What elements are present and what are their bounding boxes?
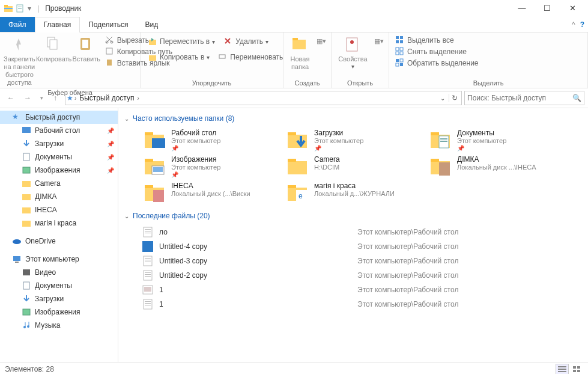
search-input[interactable] bbox=[467, 94, 572, 102]
refresh-icon[interactable]: ↻ bbox=[449, 94, 460, 102]
svg-rect-31 bbox=[400, 59, 403, 62]
svg-rect-62 bbox=[288, 161, 307, 174]
help-icon[interactable]: ? bbox=[580, 20, 584, 29]
svg-rect-43 bbox=[23, 269, 30, 275]
select-all-button[interactable]: Выделить все bbox=[394, 35, 480, 46]
sidebar-item-documents[interactable]: Документы📌 bbox=[0, 150, 118, 164]
rename-button[interactable]: Переименовать bbox=[217, 52, 284, 63]
nav-recent-dropdown[interactable]: ▾ bbox=[37, 91, 46, 105]
sidebar-item-downloads[interactable]: Загрузки📌 bbox=[0, 137, 118, 150]
minimize-button[interactable]: — bbox=[510, 2, 534, 15]
paste-button[interactable]: Вставить bbox=[71, 34, 102, 64]
sidebar-item-pictures[interactable]: Изображения📌 bbox=[0, 164, 118, 177]
folder-icon bbox=[429, 155, 453, 177]
qat-properties-icon[interactable] bbox=[16, 4, 25, 13]
section-frequent-folders[interactable]: ⌄ Часто используемые папки (8) bbox=[124, 114, 582, 123]
folder-icon bbox=[144, 182, 168, 203]
svg-rect-19 bbox=[347, 38, 357, 51]
delete-button[interactable]: Удалить▾ bbox=[222, 36, 270, 47]
folder-name: Рабочий стол bbox=[171, 129, 279, 137]
svg-rect-83 bbox=[144, 271, 152, 280]
sidebar-item-downloads2[interactable]: Загрузки bbox=[0, 292, 118, 305]
address-dropdown[interactable]: ⌄ bbox=[440, 95, 445, 102]
tab-file[interactable]: Файл bbox=[0, 17, 35, 32]
sidebar-item-onedrive[interactable]: OneDrive bbox=[0, 235, 118, 248]
sidebar-item-dimka[interactable]: ДІМКА bbox=[0, 190, 118, 203]
file-row[interactable]: 1Этот компьютер\Рабочий стол bbox=[142, 297, 582, 311]
sidebar-item-documents2[interactable]: Документы bbox=[0, 279, 118, 292]
maximize-button[interactable]: ☐ bbox=[535, 2, 559, 15]
svg-rect-34 bbox=[23, 153, 29, 161]
tab-view[interactable]: Вид bbox=[136, 17, 166, 32]
ribbon-collapse-icon[interactable]: ^ bbox=[572, 20, 575, 29]
folder-item[interactable]: ЗагрузкиЭтот компьютер📌 bbox=[285, 127, 423, 153]
new-folder-button[interactable]: Новая папка bbox=[286, 34, 314, 72]
nav-forward-button[interactable]: → bbox=[20, 91, 35, 105]
chevron-down-icon: ⌄ bbox=[124, 213, 129, 219]
pictures-icon bbox=[22, 307, 31, 317]
copy-to-button[interactable]: Копировать в▾ bbox=[147, 52, 211, 63]
sidebar-item-iheca[interactable]: IHECA bbox=[0, 203, 118, 216]
breadcrumb-root[interactable]: Быстрый доступ bbox=[77, 94, 136, 102]
star-icon: ★ bbox=[12, 112, 22, 122]
file-row[interactable]: 1Этот компьютер\Рабочий стол bbox=[142, 283, 582, 297]
downloads-icon bbox=[22, 139, 31, 149]
new-item-dropdown[interactable]: ▦▾ bbox=[317, 37, 326, 45]
svg-rect-54 bbox=[431, 132, 439, 135]
svg-rect-30 bbox=[400, 63, 403, 66]
address-bar[interactable]: ★ › Быстрый доступ › ⌄ ↻ bbox=[65, 91, 462, 105]
details-view-button[interactable] bbox=[556, 364, 569, 375]
folder-item[interactable]: ДІМКАЛокальный диск ...\IHECA bbox=[428, 154, 566, 179]
svg-rect-68 bbox=[145, 185, 153, 188]
close-button[interactable]: ✕ bbox=[560, 2, 584, 15]
navigation-pane[interactable]: ★Быстрый доступ Рабочий стол📌 Загрузки📌 … bbox=[0, 108, 118, 362]
qat-dropdown[interactable]: ▾ bbox=[28, 4, 31, 13]
file-name: Untitled-2 copy bbox=[159, 271, 357, 280]
sidebar-item-quick-access[interactable]: ★Быстрый доступ bbox=[0, 111, 118, 124]
sidebar-item-pictures2[interactable]: Изображения bbox=[0, 305, 118, 319]
properties-button[interactable]: Свойства ▾ bbox=[334, 34, 372, 71]
search-icon[interactable]: 🔍 bbox=[572, 94, 581, 102]
file-path: Этот компьютер\Рабочий стол bbox=[357, 228, 458, 236]
file-row[interactable]: Untitled-2 copyЭтот компьютер\Рабочий ст… bbox=[142, 268, 582, 283]
search-box[interactable]: 🔍 bbox=[464, 91, 584, 105]
invert-selection-button[interactable]: Обратить выделение bbox=[394, 58, 480, 69]
nav-back-button[interactable]: ← bbox=[4, 91, 18, 105]
sidebar-item-thispc[interactable]: Этот компьютер bbox=[0, 253, 118, 266]
move-to-button[interactable]: Переместить в▾ bbox=[147, 36, 216, 47]
sidebar-item-magia[interactable]: магія і краса bbox=[0, 216, 118, 230]
svg-rect-17 bbox=[292, 40, 306, 49]
svg-rect-88 bbox=[144, 287, 151, 292]
folder-icon bbox=[286, 155, 311, 177]
file-path: Этот компьютер\Рабочий стол bbox=[357, 257, 458, 265]
folder-item[interactable]: Рабочий столЭтот компьютер📌 bbox=[142, 127, 280, 153]
file-row[interactable]: Untitled-3 copyЭтот компьютер\Рабочий ст… bbox=[142, 254, 582, 268]
folder-icon bbox=[22, 192, 31, 201]
folder-item[interactable]: eмагія і красаЛокальный д...\ЖУРНАЛИ bbox=[285, 180, 423, 204]
documents-icon bbox=[22, 152, 31, 162]
file-row[interactable]: лоЭтот компьютер\Рабочий стол bbox=[142, 225, 582, 239]
thumbnails-view-button[interactable] bbox=[570, 364, 583, 375]
pin-to-quick-access-button[interactable]: Закрепить на панели быстрого доступа bbox=[2, 34, 37, 88]
select-none-button[interactable]: Снять выделение bbox=[394, 46, 480, 57]
folder-item[interactable]: IHECAЛокальный диск (...\Виски bbox=[142, 180, 280, 204]
nav-up-button[interactable]: ↑ bbox=[48, 91, 62, 105]
folder-item[interactable]: CameraH:\DCIM bbox=[285, 154, 423, 179]
sidebar-item-desktop[interactable]: Рабочий стол📌 bbox=[0, 124, 118, 137]
svg-rect-81 bbox=[145, 260, 151, 260]
folder-item[interactable]: ИзображенияЭтот компьютер📌 bbox=[142, 154, 280, 179]
window-title: Проводник bbox=[45, 4, 81, 13]
file-icon bbox=[142, 256, 153, 266]
main-content[interactable]: ⌄ Часто используемые папки (8) Рабочий с… bbox=[118, 108, 588, 362]
sidebar-item-camera[interactable]: Camera bbox=[0, 177, 118, 190]
svg-rect-16 bbox=[219, 55, 225, 58]
section-recent-files[interactable]: ⌄ Последние файлы (20) bbox=[124, 212, 582, 220]
open-dropdown[interactable]: ▦▾ bbox=[374, 37, 384, 45]
sidebar-item-video[interactable]: Видео bbox=[0, 266, 118, 279]
file-row[interactable]: Untitled-4 copyЭтот компьютер\Рабочий ст… bbox=[142, 239, 582, 254]
sidebar-item-music[interactable]: Музыка bbox=[0, 319, 118, 332]
tab-home[interactable]: Главная bbox=[35, 17, 80, 32]
folder-item[interactable]: ДокументыЭтот компьютер📌 bbox=[428, 127, 566, 153]
tab-share[interactable]: Поделиться bbox=[80, 17, 136, 32]
copy-button[interactable]: Копировать bbox=[37, 34, 71, 64]
